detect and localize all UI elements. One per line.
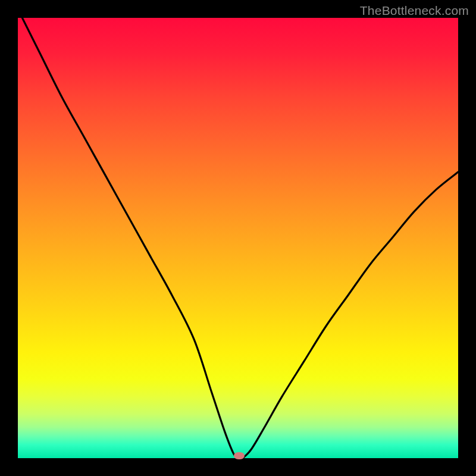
plot-area (18, 18, 458, 458)
watermark-text: TheBottleneck.com (360, 4, 469, 18)
minimum-marker (234, 452, 245, 459)
curve-layer (18, 18, 458, 458)
bottleneck-curve (22, 18, 458, 458)
chart-frame: TheBottleneck.com (0, 0, 476, 476)
